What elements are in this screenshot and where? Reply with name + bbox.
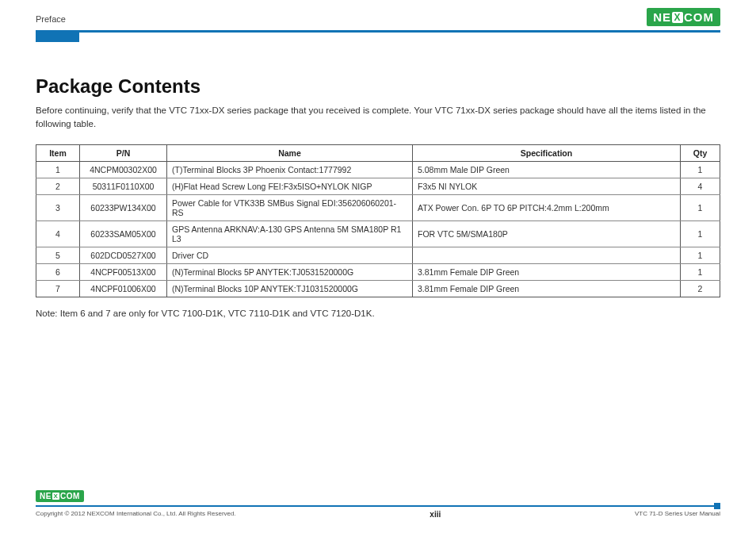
cell-name: Driver CD bbox=[167, 247, 413, 264]
cell-item: 1 bbox=[36, 162, 80, 178]
cell-item: 7 bbox=[36, 281, 80, 297]
col-spec: Specification bbox=[413, 145, 681, 162]
cell-pn: 50311F0110X00 bbox=[80, 178, 167, 195]
cell-qty: 1 bbox=[681, 264, 720, 281]
table-row: 14NCPM00302X00(T)Terminal Blocks 3P Phoe… bbox=[36, 162, 720, 178]
col-name: Name bbox=[167, 145, 413, 162]
intro-text: Before continuing, verify that the VTC 7… bbox=[36, 104, 720, 130]
footer-rule bbox=[36, 505, 720, 507]
brand-logo: NEXCOM bbox=[647, 8, 720, 26]
cell-item: 6 bbox=[36, 264, 80, 281]
cell-spec: F3x5 NI NYLOK bbox=[413, 178, 681, 195]
note-text: Note: Item 6 and 7 are only for VTC 7100… bbox=[36, 309, 720, 318]
cell-pn: 602DCD0527X00 bbox=[80, 247, 167, 264]
table-row: 250311F0110X00(H)Flat Head Screw Long FE… bbox=[36, 178, 720, 195]
col-pn: P/N bbox=[80, 145, 167, 162]
package-table: Item P/N Name Specification Qty 14NCPM00… bbox=[36, 144, 720, 297]
cell-spec: 3.81mm Female DIP Green bbox=[413, 281, 681, 297]
cell-qty: 1 bbox=[681, 221, 720, 247]
cell-spec: ATX Power Con. 6P TO 6P PITCH:4.2mm L:20… bbox=[413, 195, 681, 221]
page-title: Package Contents bbox=[36, 75, 720, 98]
col-qty: Qty bbox=[681, 145, 720, 162]
cell-item: 5 bbox=[36, 247, 80, 264]
table-row: 5602DCD0527X00Driver CD1 bbox=[36, 247, 720, 264]
cell-spec: 5.08mm Male DIP Green bbox=[413, 162, 681, 178]
cell-item: 4 bbox=[36, 221, 80, 247]
header-rule bbox=[36, 30, 720, 33]
cell-spec bbox=[413, 247, 681, 264]
table-header-row: Item P/N Name Specification Qty bbox=[36, 145, 720, 162]
cell-name: (T)Terminal Blocks 3P Phoenix Contact:17… bbox=[167, 162, 413, 178]
cell-item: 2 bbox=[36, 178, 80, 195]
cell-pn: 4NCPF01006X00 bbox=[80, 281, 167, 297]
cell-pn: 4NCPM00302X00 bbox=[80, 162, 167, 178]
table-row: 74NCPF01006X00(N)Terminal Blocks 10P ANY… bbox=[36, 281, 720, 297]
cell-name: (N)Terminal Blocks 5P ANYTEK:TJ053152000… bbox=[167, 264, 413, 281]
cell-qty: 4 bbox=[681, 178, 720, 195]
cell-pn: 60233PW134X00 bbox=[80, 195, 167, 221]
cell-name: Power Cable for VTK33B SMBus Signal EDI:… bbox=[167, 195, 413, 221]
cell-name: (H)Flat Head Screw Long FEI:F3x5ISO+NYLO… bbox=[167, 178, 413, 195]
section-label: Preface bbox=[36, 14, 66, 24]
cell-qty: 2 bbox=[681, 281, 720, 297]
header-tab bbox=[36, 33, 79, 42]
cell-pn: 60233SAM05X00 bbox=[80, 221, 167, 247]
cell-qty: 1 bbox=[681, 195, 720, 221]
cell-qty: 1 bbox=[681, 162, 720, 178]
cell-pn: 4NCPF00513X00 bbox=[80, 264, 167, 281]
cell-name: (N)Terminal Blocks 10P ANYTEK:TJ10315200… bbox=[167, 281, 413, 297]
cell-item: 3 bbox=[36, 195, 80, 221]
cell-spec: 3.81mm Female DIP Green bbox=[413, 264, 681, 281]
page-number: xiii bbox=[430, 510, 441, 519]
table-row: 460233SAM05X00GPS Antenna ARKNAV:A-130 G… bbox=[36, 221, 720, 247]
col-item: Item bbox=[36, 145, 80, 162]
cell-spec: FOR VTC 5M/SMA180P bbox=[413, 221, 681, 247]
copyright: Copyright © 2012 NEXCOM International Co… bbox=[36, 510, 236, 519]
footer-logo: NEXCOM bbox=[36, 490, 84, 502]
table-row: 360233PW134X00Power Cable for VTK33B SMB… bbox=[36, 195, 720, 221]
cell-qty: 1 bbox=[681, 247, 720, 264]
table-row: 64NCPF00513X00(N)Terminal Blocks 5P ANYT… bbox=[36, 264, 720, 281]
cell-name: GPS Antenna ARKNAV:A-130 GPS Antenna 5M … bbox=[167, 221, 413, 247]
doc-title: VTC 71-D Series User Manual bbox=[635, 510, 720, 519]
